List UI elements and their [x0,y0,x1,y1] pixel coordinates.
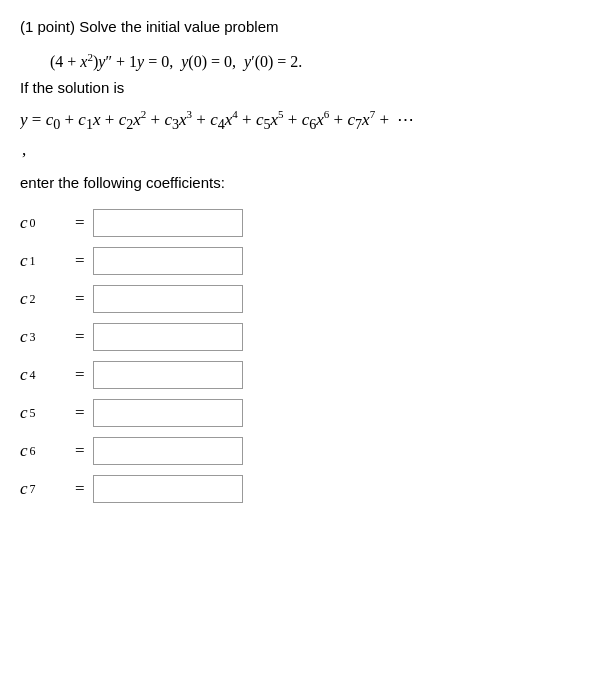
coeff-row-c2: c2 = [20,285,579,313]
coeff-label-c0: c0 [20,213,75,233]
equals-c3: = [75,327,85,347]
coeff-label-c1: c1 [20,251,75,271]
coeff-row-c1: c1 = [20,247,579,275]
coeff-label-c6: c6 [20,441,75,461]
coeff-label-c2: c2 [20,289,75,309]
equals-c2: = [75,289,85,309]
coeff-row-c6: c6 = [20,437,579,465]
equals-c5: = [75,403,85,423]
coeff-row-c0: c0 = [20,209,579,237]
coeff-input-c6[interactable] [93,437,243,465]
coeff-label-c5: c5 [20,403,75,423]
coeff-row-c4: c4 = [20,361,579,389]
coeff-input-c2[interactable] [93,285,243,313]
equation-text: (4 + x2)y″ + 1y = 0, y(0) = 0, y′(0) = 2… [50,53,302,70]
equals-c7: = [75,479,85,499]
coeff-label-c3: c3 [20,327,75,347]
problem-header: (1 point) Solve the initial value proble… [20,16,579,37]
coeff-row-c5: c5 = [20,399,579,427]
comma: , [22,140,579,160]
coeff-input-c1[interactable] [93,247,243,275]
coeff-label-c4: c4 [20,365,75,385]
coeff-input-c5[interactable] [93,399,243,427]
coeff-input-c0[interactable] [93,209,243,237]
if-solution-text: If the solution is [20,79,579,96]
main-equation: (4 + x2)y″ + 1y = 0, y(0) = 0, y′(0) = 2… [50,51,579,71]
series-equation: y = c0 + c1x + c2x2 + c3x3 + c4x4 + c5x5… [20,106,579,136]
enter-text: enter the following coefficients: [20,174,579,191]
equals-c0: = [75,213,85,233]
coeff-row-c3: c3 = [20,323,579,351]
equals-c1: = [75,251,85,271]
coefficients-section: c0 = c1 = c2 = c3 = c4 = c5 = [20,209,579,503]
equals-c4: = [75,365,85,385]
coeff-input-c3[interactable] [93,323,243,351]
equals-c6: = [75,441,85,461]
coeff-input-c7[interactable] [93,475,243,503]
coeff-row-c7: c7 = [20,475,579,503]
coeff-label-c7: c7 [20,479,75,499]
coeff-input-c4[interactable] [93,361,243,389]
